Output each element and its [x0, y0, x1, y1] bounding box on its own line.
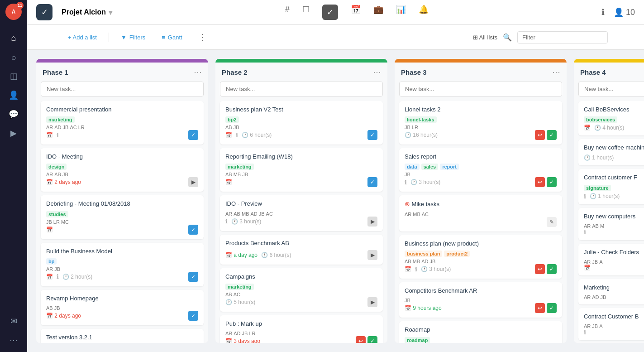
calendar-icon: 📅 — [584, 265, 591, 271]
info-task-icon[interactable]: ℹ — [57, 273, 59, 280]
bell-icon[interactable]: 🔔 — [419, 5, 429, 20]
check-button[interactable]: ✓ — [367, 177, 377, 187]
task-card[interactable]: Debriefing - Meeting 01/08/2018 studies … — [41, 195, 204, 239]
check-button[interactable]: ✓ — [188, 311, 198, 321]
column-menu-phase1[interactable]: ⋯ — [194, 67, 202, 77]
sidebar-docs-icon[interactable]: ◫ — [5, 68, 22, 84]
task-card[interactable]: IDO - Preview AR AB MB AD JB AC ℹ🕐 3 hou… — [220, 195, 383, 231]
avatar-list: AR AB MB AD JB AC — [225, 211, 377, 217]
check-button[interactable]: ✓ — [188, 272, 198, 282]
new-task-input-phase2[interactable] — [220, 82, 383, 96]
approve-button[interactable]: ✓ — [547, 130, 557, 140]
new-task-input-phase3[interactable] — [399, 82, 562, 96]
decline-button[interactable]: ↩ — [356, 336, 366, 343]
avatar-list: JB — [405, 172, 557, 177]
sidebar-chat-icon[interactable]: 💬 — [5, 106, 22, 122]
approve-button[interactable]: ✓ — [547, 177, 557, 187]
task-card[interactable]: Test version 3.2.1 AB MB JB 📅✓ — [41, 329, 204, 343]
tasks-icon[interactable]: ✓ — [322, 5, 338, 20]
task-tags: marketing — [225, 284, 377, 290]
task-card[interactable]: ⊗ Mike tasks AR MB AC ✎ — [399, 195, 562, 231]
task-card[interactable]: Business plan (new product) business pla… — [399, 235, 562, 279]
decline-button[interactable]: ↩ — [535, 177, 545, 187]
task-card[interactable]: Buy new computers AR AB M ℹ — [578, 208, 644, 240]
expand-button[interactable]: ▶ — [367, 297, 377, 307]
info-task-icon[interactable]: ℹ — [584, 329, 586, 336]
task-card[interactable]: Contract Customer B AR JB A ℹ — [578, 308, 644, 340]
document-icon[interactable]: ☐ — [302, 5, 310, 20]
approve-button[interactable]: ✓ — [547, 264, 557, 274]
avatar[interactable]: A 11 — [5, 4, 22, 20]
decline-button[interactable]: ↩ — [535, 264, 545, 274]
sidebar-search-icon[interactable]: ⌕ — [5, 49, 22, 65]
info-task-icon[interactable]: ℹ — [405, 179, 407, 186]
task-card[interactable]: Competitors Benchmark AR JB 📅 9 hours ag… — [399, 282, 562, 318]
info-task-icon[interactable]: ℹ — [584, 193, 586, 200]
check-button[interactable]: ✓ — [188, 130, 198, 140]
column-phase3: Phase 3 ⋯ Lionel tasks 2 lionel-tasks JB… — [395, 59, 567, 343]
task-card[interactable]: Build the Business Model bp AR JB 📅ℹ🕐 2 … — [41, 243, 204, 286]
check-button[interactable]: ✓ — [367, 130, 377, 140]
info-task-icon[interactable]: ℹ — [236, 132, 238, 139]
filter-input[interactable] — [517, 31, 608, 43]
filters-button[interactable]: ▼ Filters — [116, 31, 150, 43]
sidebar-more-icon[interactable]: ⋯ — [5, 332, 22, 348]
decline-button[interactable]: ↩ — [535, 303, 545, 313]
user-count-icon[interactable]: 👤 10 — [614, 7, 635, 17]
avatar-tag: JB — [429, 259, 435, 264]
task-card[interactable]: Roadmap roadmap AR AB JB ℹ🕐 3 hour(s)↩✓ — [399, 321, 562, 343]
info-icon[interactable]: ℹ — [601, 7, 605, 17]
task-card[interactable]: Julie - Check Folders AR JB A 📅 — [578, 244, 644, 275]
task-actions: ✓ — [188, 225, 198, 235]
hashtag-icon[interactable]: # — [285, 5, 290, 20]
sidebar-contacts-icon[interactable]: 👤 — [5, 87, 22, 103]
briefcase-icon[interactable]: 💼 — [373, 5, 383, 20]
check-button[interactable]: ✓ — [188, 225, 198, 235]
sidebar-video-icon[interactable]: ▶ — [5, 125, 22, 141]
calendar-nav-icon[interactable]: 📅 — [351, 5, 361, 20]
task-card[interactable]: Pub : Mark up AR AD JB LR 📅 3 days ago↩✓ — [220, 315, 383, 343]
task-card[interactable]: Reporting Emailing (W18) marketing AB MB… — [220, 148, 383, 192]
add-list-button[interactable]: + Add a list — [63, 31, 101, 43]
task-card[interactable]: Campaigns marketing AB AC 🕐 5 hour(s)▶ — [220, 268, 383, 312]
task-meta: ℹ🕐 1 hour(s) — [584, 193, 644, 200]
edit-button[interactable]: ✎ — [547, 217, 557, 227]
project-title[interactable]: Projet Alcion ▾ — [62, 8, 112, 17]
new-task-input-phase4[interactable] — [578, 82, 644, 96]
avatar-tag: AB — [225, 172, 232, 177]
approve-button[interactable]: ✓ — [367, 336, 377, 343]
avatar-tag: JB — [592, 259, 598, 265]
chart-icon[interactable]: 📊 — [396, 5, 406, 20]
more-options-button[interactable]: ⋮ — [194, 29, 211, 45]
task-card[interactable]: Business plan V2 Test bp2 AB JB 📅ℹ🕐 6 ho… — [220, 101, 383, 145]
approve-button[interactable]: ✓ — [547, 303, 557, 313]
info-task-icon[interactable]: ℹ — [415, 266, 417, 273]
task-tags: signature — [584, 185, 644, 191]
task-card[interactable]: Sales report datasalesreport JB ℹ🕐 3 hou… — [399, 148, 562, 192]
info-task-icon[interactable]: ℹ — [57, 132, 59, 139]
task-card[interactable]: Contract customer F signature ℹ🕐 1 hour(… — [578, 169, 644, 204]
gantt-button[interactable]: ≡ Gantt — [157, 31, 186, 43]
sidebar-mail-icon[interactable]: ✉ — [5, 313, 22, 329]
info-task-icon[interactable]: ℹ — [584, 229, 586, 236]
avatar-list: AR AB M — [584, 223, 644, 229]
column-title-phase3: Phase 3 — [401, 68, 427, 76]
task-card[interactable]: Call BoBServices bobservices 📅🕐 4 hour(s… — [578, 101, 644, 135]
task-card[interactable]: Products Benchmark AB 📅 a day ago🕐 6 hou… — [220, 235, 383, 265]
task-card[interactable]: Buy new coffee machine 🕐 1 hour(s) — [578, 139, 644, 165]
column-menu-phase2[interactable]: ⋯ — [373, 67, 381, 77]
project-dropdown-icon[interactable]: ▾ — [109, 8, 112, 17]
new-task-input-phase1[interactable] — [41, 82, 204, 96]
info-task-icon[interactable]: ℹ — [225, 218, 228, 225]
sidebar-home-icon[interactable]: ⌂ — [5, 30, 22, 46]
task-card[interactable]: Lionel tasks 2 lionel-tasks JB LR 🕐 16 h… — [399, 101, 562, 145]
task-card[interactable]: IDO - Meeting design AR AB JB 📅 2 days a… — [41, 148, 204, 192]
task-card[interactable]: Commercial presentation marketing AR AD … — [41, 101, 204, 145]
expand-button[interactable]: ▶ — [188, 177, 198, 187]
expand-button[interactable]: ▶ — [367, 250, 377, 260]
decline-button[interactable]: ↩ — [535, 130, 545, 140]
task-card[interactable]: Marketing AR AD JB — [578, 279, 644, 304]
task-card[interactable]: Revamp Homepage AB JB 📅 2 days ago✓ — [41, 290, 204, 325]
expand-button[interactable]: ▶ — [367, 217, 377, 227]
column-menu-phase3[interactable]: ⋯ — [552, 67, 560, 77]
